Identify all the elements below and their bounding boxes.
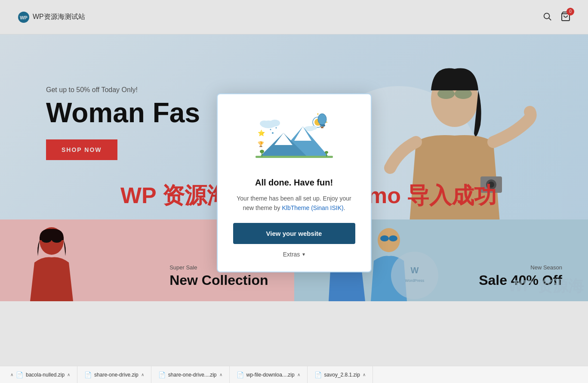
download-item: 📄 savoy_2.8.1.zip ∧ xyxy=(308,366,373,383)
download-filename: bacola-nulled.zip xyxy=(26,372,65,378)
download-filename: share-one-drive....zip xyxy=(168,372,217,378)
download-item: 📄 share-one-drive.zip ∧ xyxy=(77,366,151,383)
svg-point-37 xyxy=(260,120,268,127)
svg-point-53 xyxy=(275,127,277,128)
svg-point-48 xyxy=(325,151,328,154)
download-item: ∧ 📄 bacola-nulled.zip ∧ xyxy=(7,366,77,383)
success-modal: ⭐ 🏆 All done. Have fun! Your theme has b… xyxy=(217,93,372,273)
download-filename: savoy_2.8.1.zip xyxy=(324,372,360,378)
modal-body-suffix: . xyxy=(344,204,345,211)
svg-point-31 xyxy=(318,114,326,125)
download-filename: wp-file-downloa....zip xyxy=(246,372,295,378)
svg-point-39 xyxy=(310,126,317,130)
download-chevron-icon[interactable]: ∧ xyxy=(141,372,144,377)
download-item: 📄 wp-file-downloa....zip ∧ xyxy=(230,366,308,383)
modal-theme-link[interactable]: KlbTheme (Sinan ISIK) xyxy=(282,204,344,211)
download-chevron-icon[interactable]: ∧ xyxy=(363,372,366,377)
modal-title: All done. Have fun! xyxy=(233,178,355,188)
download-chevron-icon[interactable]: ∧ xyxy=(219,372,222,377)
modal-overlay: ⭐ 🏆 All done. Have fun! Your theme has b… xyxy=(0,0,588,383)
download-chevron-icon[interactable]: ∧ xyxy=(297,372,300,377)
download-chevron-icon[interactable]: ∧ xyxy=(67,372,70,377)
svg-rect-32 xyxy=(321,127,323,128)
svg-point-36 xyxy=(270,120,280,127)
file-icon: 📄 xyxy=(16,371,23,378)
extras-row[interactable]: Extras ▾ xyxy=(233,251,355,258)
modal-illustration: ⭐ 🏆 xyxy=(256,111,333,167)
file-icon: 📄 xyxy=(237,371,244,378)
svg-rect-44 xyxy=(256,156,333,158)
svg-marker-43 xyxy=(274,133,292,145)
svg-point-52 xyxy=(270,129,271,130)
expand-icon[interactable]: ∧ xyxy=(10,372,13,377)
chevron-down-icon: ▾ xyxy=(302,251,305,257)
download-bar: ∧ 📄 bacola-nulled.zip ∧ 📄 share-one-driv… xyxy=(0,366,588,383)
svg-point-46 xyxy=(260,150,264,153)
download-item: 📄 share-one-drive....zip ∧ xyxy=(151,366,230,383)
mountain-illustration: ⭐ 🏆 xyxy=(256,111,333,167)
download-filename: share-one-drive.zip xyxy=(94,372,139,378)
file-icon: 📄 xyxy=(158,371,166,378)
modal-body: Your theme has been all set up. Enjoy yo… xyxy=(233,194,355,213)
svg-text:⭐: ⭐ xyxy=(258,130,265,137)
file-icon: 📄 xyxy=(84,371,92,378)
file-icon: 📄 xyxy=(314,371,322,378)
svg-text:🏆: 🏆 xyxy=(258,141,264,147)
view-website-button[interactable]: View your website xyxy=(233,223,355,244)
svg-point-51 xyxy=(272,132,274,134)
extras-label: Extras xyxy=(283,251,300,258)
